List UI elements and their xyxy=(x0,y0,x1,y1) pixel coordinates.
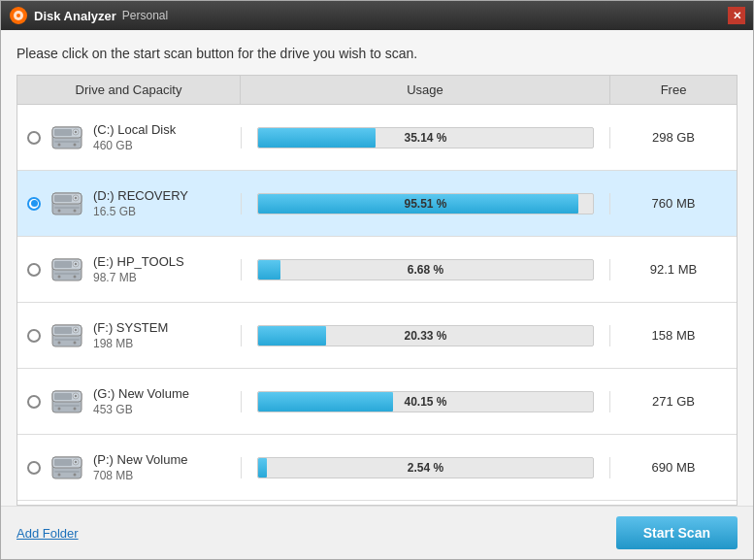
svg-rect-8 xyxy=(54,141,80,143)
svg-point-42 xyxy=(74,407,77,410)
svg-rect-16 xyxy=(54,207,80,209)
drive-name: (G:) New Volume xyxy=(93,386,189,401)
progress-label: 95.51 % xyxy=(404,197,446,211)
drive-radio-5[interactable] xyxy=(27,461,41,475)
drive-text: (F:) SYSTEM 198 MB xyxy=(93,320,168,350)
svg-point-50 xyxy=(74,473,77,476)
usage-cell: 20.33 % xyxy=(241,325,610,346)
svg-point-31 xyxy=(75,328,77,330)
usage-cell: 6.68 % xyxy=(241,259,610,280)
table-row[interactable]: (D:) RECOVERY 16.5 GB 95.51 % 760 MB xyxy=(17,171,737,237)
col-header-drive: Drive and Capacity xyxy=(17,76,241,104)
drive-radio-1[interactable] xyxy=(27,197,41,211)
usage-cell: 95.51 % xyxy=(241,193,610,214)
free-cell: 271 GB xyxy=(610,394,737,409)
drive-size: 198 MB xyxy=(93,337,168,350)
app-title: Disk Analyzer xyxy=(34,9,116,23)
drive-name: (F:) SYSTEM xyxy=(93,320,168,335)
progress-label: 35.14 % xyxy=(404,131,446,145)
svg-rect-37 xyxy=(54,393,72,400)
drives-table: Drive and Capacity Usage Free (C:) Local… xyxy=(16,75,738,506)
col-header-usage: Usage xyxy=(241,76,610,104)
svg-rect-48 xyxy=(54,471,80,473)
progress-bar: 35.14 % xyxy=(257,127,594,148)
progress-bar: 6.68 % xyxy=(257,259,594,280)
table-row[interactable]: (C:) Local Disk 460 GB 35.14 % 298 GB xyxy=(17,105,737,171)
svg-point-47 xyxy=(75,460,77,462)
progress-bar: 20.33 % xyxy=(257,325,594,346)
free-cell: 760 MB xyxy=(610,196,737,211)
drive-size: 460 GB xyxy=(93,139,176,152)
svg-point-9 xyxy=(58,143,61,146)
table-header: Drive and Capacity Usage Free xyxy=(17,76,737,105)
drive-name: (D:) RECOVERY xyxy=(93,188,188,203)
svg-rect-13 xyxy=(54,195,72,202)
drive-text: (P:) New Volume 708 MB xyxy=(93,452,188,482)
drive-name: (C:) Local Disk xyxy=(93,122,176,137)
free-cell: 298 GB xyxy=(610,130,737,145)
svg-point-7 xyxy=(75,130,77,132)
progress-label: 6.68 % xyxy=(408,263,443,277)
drive-name: (E:) HP_TOOLS xyxy=(93,254,184,269)
hdd-icon xyxy=(49,119,85,156)
progress-fill xyxy=(258,260,280,280)
usage-cell: 35.14 % xyxy=(241,127,610,148)
svg-point-17 xyxy=(58,209,61,212)
hdd-icon xyxy=(49,251,85,288)
footer: Add Folder Start Scan xyxy=(1,506,753,559)
svg-rect-21 xyxy=(54,261,72,268)
svg-point-18 xyxy=(74,209,77,212)
drive-radio-4[interactable] xyxy=(27,395,41,409)
drive-radio-0[interactable] xyxy=(27,131,41,145)
drive-radio-3[interactable] xyxy=(27,329,41,343)
drive-radio-2[interactable] xyxy=(27,263,41,277)
progress-bar: 95.51 % xyxy=(257,193,594,214)
svg-rect-5 xyxy=(54,129,72,136)
svg-point-26 xyxy=(74,275,77,278)
drive-text: (G:) New Volume 453 GB xyxy=(93,386,189,416)
hdd-icon xyxy=(49,383,85,420)
svg-point-41 xyxy=(58,407,61,410)
start-scan-button[interactable]: Start Scan xyxy=(616,516,738,549)
close-button[interactable]: ✕ xyxy=(728,7,745,24)
progress-label: 40.15 % xyxy=(404,395,446,409)
drive-info: (D:) RECOVERY 16.5 GB xyxy=(17,178,241,230)
app-edition: Personal xyxy=(122,9,168,22)
svg-rect-32 xyxy=(54,339,80,341)
titlebar-left: Disk Analyzer Personal xyxy=(9,6,168,25)
drive-text: (D:) RECOVERY 16.5 GB xyxy=(93,188,188,218)
svg-point-49 xyxy=(58,473,61,476)
drive-name: (P:) New Volume xyxy=(93,452,188,467)
drive-info: (F:) SYSTEM 198 MB xyxy=(17,310,241,362)
progress-fill xyxy=(258,458,267,478)
add-folder-link[interactable]: Add Folder xyxy=(16,526,79,541)
drive-info: (E:) HP_TOOLS 98.7 MB xyxy=(17,244,241,296)
drive-size: 98.7 MB xyxy=(93,271,184,284)
progress-fill xyxy=(258,392,393,412)
col-header-free: Free xyxy=(610,76,737,104)
svg-point-10 xyxy=(74,143,77,146)
svg-point-15 xyxy=(75,196,77,198)
usage-cell: 2.54 % xyxy=(241,457,610,478)
progress-bar: 2.54 % xyxy=(257,457,594,478)
svg-point-34 xyxy=(74,341,77,344)
free-cell: 92.1 MB xyxy=(610,262,737,277)
drive-info: (C:) Local Disk 460 GB xyxy=(17,112,241,164)
svg-rect-29 xyxy=(54,327,72,334)
titlebar: Disk Analyzer Personal ✕ xyxy=(1,1,753,30)
table-row[interactable]: (P:) New Volume 708 MB 2.54 % 690 MB xyxy=(17,435,737,501)
svg-point-33 xyxy=(58,341,61,344)
svg-point-23 xyxy=(75,262,77,264)
svg-point-25 xyxy=(58,275,61,278)
table-row[interactable]: (G:) New Volume 453 GB 40.15 % 271 GB xyxy=(17,369,737,435)
svg-rect-40 xyxy=(54,405,80,407)
drive-text: (C:) Local Disk 460 GB xyxy=(93,122,176,152)
drive-info: (P:) New Volume 708 MB xyxy=(17,442,241,494)
svg-point-39 xyxy=(75,394,77,396)
table-row[interactable]: (F:) SYSTEM 198 MB 20.33 % 158 MB xyxy=(17,303,737,369)
table-row[interactable]: (E:) HP_TOOLS 98.7 MB 6.68 % 92.1 MB xyxy=(17,237,737,303)
main-content: Please click on the start scan button fo… xyxy=(1,30,753,506)
hdd-icon xyxy=(49,317,85,354)
hdd-icon xyxy=(49,185,85,222)
table-body: (C:) Local Disk 460 GB 35.14 % 298 GB xyxy=(17,105,737,501)
